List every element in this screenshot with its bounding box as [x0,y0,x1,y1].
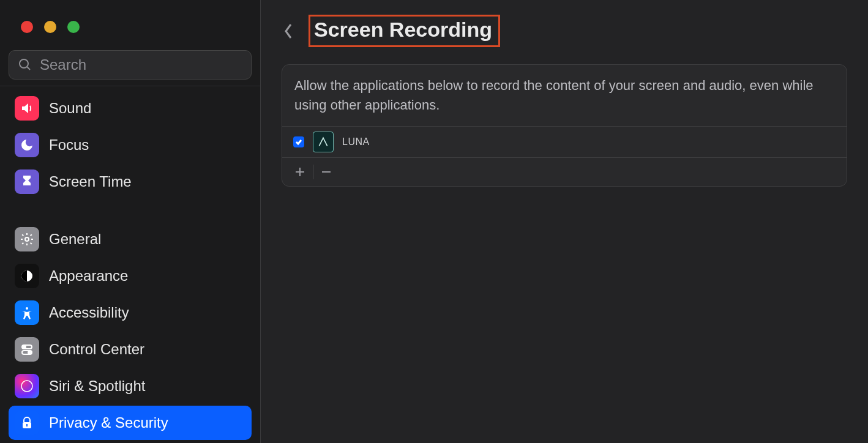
sidebar-item-label: Screen Time [49,173,132,190]
sidebar-nav: Sound Focus Screen Time General [0,86,260,443]
app-checkbox[interactable] [293,136,304,147]
sidebar: Sound Focus Screen Time General [0,0,261,443]
sidebar-item-label: Control Center [49,341,144,358]
sidebar-item-siri[interactable]: Siri & Spotlight [9,369,252,403]
sidebar-item-label: General [49,231,101,248]
app-row[interactable]: LUNA [282,127,847,158]
appearance-icon [15,264,39,288]
privacy-icon [15,411,39,435]
title-highlight-box: Screen Recording [309,15,500,47]
list-toolbar [282,158,847,186]
sidebar-item-label: Siri & Spotlight [49,378,145,395]
panel-description: Allow the applications below to record t… [282,65,847,127]
sidebar-item-label: Appearance [49,267,128,285]
sidebar-item-label: Sound [49,100,91,117]
close-window-button[interactable] [21,21,33,33]
sidebar-item-sound[interactable]: Sound [9,91,252,125]
controlcenter-icon [15,337,39,362]
minus-icon [321,166,332,177]
sidebar-item-focus[interactable]: Focus [9,128,252,162]
permissions-panel: Allow the applications below to record t… [282,64,847,187]
search-field[interactable] [9,50,252,80]
app-name-label: LUNA [342,136,370,147]
sidebar-item-label: Accessibility [49,304,129,321]
sidebar-item-label: Focus [49,136,89,154]
svg-point-6 [23,346,26,348]
content-header: Screen Recording [261,0,868,58]
sound-icon [15,96,39,121]
chevron-left-icon [283,23,294,40]
minimize-window-button[interactable] [44,21,56,33]
sidebar-item-label: Privacy & Security [49,414,168,431]
search-container [0,33,260,86]
sidebar-item-screentime[interactable]: Screen Time [9,165,252,199]
sidebar-item-general[interactable]: General [9,222,252,256]
plus-icon [294,166,305,177]
content-pane: Screen Recording Allow the applications … [261,0,868,443]
search-input[interactable] [40,56,242,73]
settings-window: Sound Focus Screen Time General [0,0,868,443]
toolbar-separator [313,165,313,179]
sidebar-item-privacy[interactable]: Privacy & Security [9,406,252,440]
back-button[interactable] [279,22,297,40]
sidebar-item-controlcenter[interactable]: Control Center [9,332,252,367]
svg-point-9 [21,381,32,392]
svg-point-4 [26,307,28,310]
accessibility-icon [15,300,39,325]
sidebar-item-accessibility[interactable]: Accessibility [9,296,252,330]
svg-line-1 [27,67,30,70]
svg-point-2 [25,237,29,241]
app-icon-luna [313,132,334,152]
zoom-window-button[interactable] [67,21,80,33]
screentime-icon [15,169,39,194]
add-button[interactable] [290,162,310,182]
page-title: Screen Recording [314,18,492,42]
siri-icon [15,374,39,398]
check-icon [295,138,302,146]
remove-button[interactable] [316,162,337,182]
general-icon [15,227,39,251]
svg-point-0 [20,59,28,68]
sidebar-item-appearance[interactable]: Appearance [9,259,252,293]
focus-icon [15,133,39,157]
svg-point-8 [28,351,31,354]
search-icon [18,58,32,72]
window-controls [0,0,260,33]
